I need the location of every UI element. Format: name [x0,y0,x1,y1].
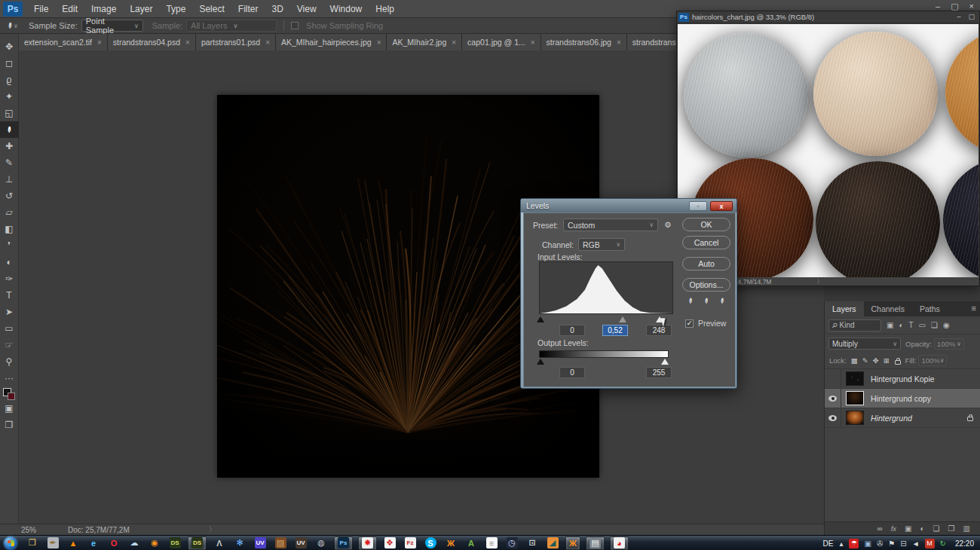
lasso-tool[interactable]: ϱ [0,72,19,88]
swatch-blonde[interactable] [813,32,938,156]
tab-close-icon[interactable]: × [185,38,190,47]
layer-mask-icon[interactable]: ▣ [905,524,911,533]
daz-studio-window[interactable]: DS [188,536,207,550]
bronze-app-icon[interactable]: ▨ [273,536,288,550]
background-color-swatch[interactable] [8,393,15,400]
new-layer-icon[interactable]: ❐ [948,524,955,533]
output-white-value[interactable]: 255 [646,367,672,378]
panel-tab-channels[interactable]: Channels [864,301,912,316]
network-tray-icon[interactable]: ⊟ [900,539,906,548]
brush-tool[interactable]: ✎ [0,154,19,171]
document-tab[interactable]: extension_scan2.tif× [19,34,108,50]
feather-app-icon[interactable]: ✒ [45,536,60,550]
adjustment-layer-icon[interactable]: ◐ [920,524,925,533]
quick-selection-tool[interactable]: ✦ [0,88,19,105]
auto-button[interactable]: Auto [682,257,730,270]
haircolors-title-bar[interactable]: Ps haircolors_chart.jpg @ 33,3% (RGB/8) … [677,11,979,23]
menu-item-file[interactable]: File [27,0,55,18]
menu-item-window[interactable]: Window [323,0,369,18]
lock-all-icon[interactable] [895,360,901,365]
document-tab[interactable]: cap01.jpg @ 1...× [462,34,541,50]
lock-icon-0[interactable]: ▩ [851,356,858,365]
snowflake-app-icon[interactable]: ✻ [232,536,247,550]
layer-group-icon[interactable]: ❏ [933,524,940,533]
dodge-tool[interactable]: ◐ [0,254,19,270]
photoshop-window[interactable]: Ps [334,536,353,550]
blur-tool[interactable]: ❜ [0,237,19,254]
panel-menu-icon[interactable]: ≡ [972,304,976,313]
volume-tray-icon[interactable]: ◄ [912,539,920,548]
zoom-tool[interactable]: ⚲ [0,353,19,370]
butterfly-window[interactable]: Ж [565,536,580,550]
layer-visibility-toggle[interactable] [825,408,841,428]
gray-point-eyedropper-icon[interactable]: ✒ [701,297,712,304]
eraser-tool[interactable]: ▱ [0,204,19,221]
menu-item-edit[interactable]: Edit [55,0,84,18]
document-tab[interactable]: strandstrans04.psd× [108,34,196,50]
link-layers-icon[interactable]: ∞ [877,524,883,533]
levels-dialog-title-bar[interactable]: Levels ▫ x [521,199,737,212]
marquee-tool[interactable]: ◻ [0,55,19,72]
clone-stamp-tool[interactable]: ⊥ [0,171,19,188]
screen-mode-button[interactable]: ❐ [0,417,19,433]
peak-app-icon[interactable]: Λ [212,536,227,550]
layer-thumbnail[interactable] [846,371,864,386]
menu-item-layer[interactable]: Layer [123,0,159,18]
lock-icon-1[interactable]: ✎ [862,356,868,365]
healing-brush-tool[interactable]: ✚ [0,138,19,154]
layer-thumbnail[interactable] [846,391,864,405]
swatch-silver[interactable] [684,33,808,157]
lock-icon-2[interactable]: ✥ [873,356,879,365]
mountain-app-icon[interactable]: ◢ [545,536,560,550]
mcafee-tray-icon[interactable]: M [925,539,935,548]
internet-explorer-icon[interactable]: e [86,536,101,550]
tray-expand-icon[interactable]: ▴ [839,539,843,548]
menu-item-type[interactable]: Type [159,0,192,18]
menu-item-view[interactable]: View [290,0,323,18]
crop-tool[interactable]: ◱ [0,105,19,121]
document-tab[interactable]: strandstrans06.jpg× [541,34,627,50]
skype-icon[interactable]: S [423,536,438,550]
rectangle-tool[interactable]: ▭ [0,320,19,337]
butterfly-app-icon[interactable]: Ж [443,536,458,550]
opacity-value[interactable]: 100% ∨ [934,338,964,350]
zoom-level[interactable]: 25% [21,526,36,534]
dialog-close-button[interactable]: x [710,201,733,211]
swatch-dark-brown[interactable] [816,161,940,277]
preset-dropdown[interactable]: Custom ∨ [563,218,658,231]
tab-close-icon[interactable]: × [97,38,102,47]
ok-button[interactable]: OK [682,218,730,231]
uv-layout-icon[interactable]: UV [293,536,308,550]
more-tools[interactable]: ··· [0,370,19,387]
swatch-copper[interactable] [945,30,978,154]
fill-value[interactable]: 100% ∨ [918,355,947,366]
blend-mode-dropdown[interactable]: Multiply ∨ [828,338,901,350]
preset-options-gear-icon[interactable]: ⚙ [664,220,671,229]
firefox-icon[interactable]: ◉ [147,536,162,550]
haircolors-maximize-button[interactable]: ▢ [968,13,975,20]
lock-icon-3[interactable]: ⊞ [884,356,890,365]
status-chevron-icon[interactable]: 〉 [816,277,823,286]
preview-checkbox[interactable]: ✓ [685,319,694,328]
red-star-window[interactable]: ✸ [358,536,377,550]
tab-close-icon[interactable]: × [452,38,456,47]
sample-size-dropdown[interactable]: Point Sample ∨ [81,20,143,32]
satellite-tray-icon[interactable]: ✇ [877,539,883,548]
pen-tool[interactable]: ✑ [0,270,19,287]
uv-mapper-icon[interactable]: UV [253,536,268,550]
history-brush-tool[interactable]: ↺ [0,188,19,204]
cloud-app-icon[interactable]: ☁ [127,536,142,550]
filter-pin-icon[interactable]: ◉ [943,321,950,329]
tab-close-icon[interactable]: × [617,38,621,47]
move-tool[interactable]: ✥ [0,38,19,55]
flag-tray-icon[interactable]: ⚑ [888,539,895,548]
daz-studio-icon[interactable]: DS [167,536,182,550]
swatch-blue-black[interactable] [943,158,978,277]
vlc-icon[interactable]: ▲ [66,536,81,550]
levels-dialog[interactable]: Levels ▫ x Preset: Custom ∨ ⚙ Channel: R… [520,198,737,389]
gradient-tool[interactable]: ◧ [0,221,19,237]
monitor-app-icon[interactable]: ⊡ [525,536,540,550]
panel-tab-layers[interactable]: Layers [825,301,864,316]
layer-visibility-toggle[interactable] [825,369,841,389]
document-tab[interactable]: partstrans01.psd× [196,34,276,50]
